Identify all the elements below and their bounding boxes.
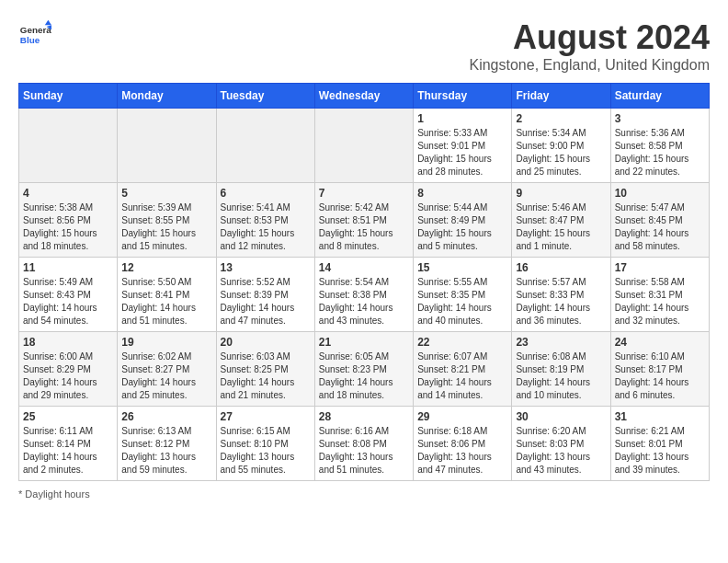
title-block: August 2024 Kingstone, England, United K… <box>469 18 710 74</box>
day-info: Sunrise: 6:03 AM Sunset: 8:25 PM Dayligh… <box>221 350 311 402</box>
day-info: Sunrise: 5:46 AM Sunset: 8:47 PM Dayligh… <box>516 201 606 253</box>
calendar-cell: 21Sunrise: 6:05 AM Sunset: 8:23 PM Dayli… <box>314 332 413 407</box>
day-number: 7 <box>319 187 409 200</box>
calendar-week-5: 25Sunrise: 6:11 AM Sunset: 8:14 PM Dayli… <box>19 407 710 481</box>
calendar-cell: 25Sunrise: 6:11 AM Sunset: 8:14 PM Dayli… <box>19 407 118 481</box>
footer-note: * Daylight hours <box>18 488 710 500</box>
day-info: Sunrise: 5:42 AM Sunset: 8:51 PM Dayligh… <box>319 201 409 253</box>
day-number: 16 <box>516 261 606 274</box>
calendar-cell <box>314 109 413 183</box>
day-info: Sunrise: 5:39 AM Sunset: 8:55 PM Dayligh… <box>121 201 211 253</box>
day-number: 24 <box>615 336 705 349</box>
day-info: Sunrise: 5:36 AM Sunset: 8:58 PM Dayligh… <box>615 127 705 178</box>
calendar-cell: 17Sunrise: 5:58 AM Sunset: 8:31 PM Dayli… <box>610 258 709 332</box>
column-header-monday: Monday <box>118 84 216 109</box>
calendar-cell: 30Sunrise: 6:20 AM Sunset: 8:03 PM Dayli… <box>512 407 610 481</box>
day-number: 14 <box>319 261 409 274</box>
calendar-cell <box>19 109 118 183</box>
calendar-week-4: 18Sunrise: 6:00 AM Sunset: 8:29 PM Dayli… <box>19 332 710 407</box>
calendar-header-row: SundayMondayTuesdayWednesdayThursdayFrid… <box>19 84 710 109</box>
day-number: 6 <box>221 187 311 200</box>
day-info: Sunrise: 6:11 AM Sunset: 8:14 PM Dayligh… <box>23 425 113 477</box>
column-header-saturday: Saturday <box>610 84 709 109</box>
calendar-cell: 6Sunrise: 5:41 AM Sunset: 8:53 PM Daylig… <box>216 183 314 258</box>
column-header-sunday: Sunday <box>19 84 118 109</box>
calendar-cell: 24Sunrise: 6:10 AM Sunset: 8:17 PM Dayli… <box>610 332 709 407</box>
day-info: Sunrise: 5:54 AM Sunset: 8:38 PM Dayligh… <box>319 276 409 327</box>
day-info: Sunrise: 5:55 AM Sunset: 8:35 PM Dayligh… <box>417 276 507 327</box>
calendar-cell: 31Sunrise: 6:21 AM Sunset: 8:01 PM Dayli… <box>610 407 709 481</box>
day-number: 22 <box>417 336 507 349</box>
calendar-table: SundayMondayTuesdayWednesdayThursdayFrid… <box>18 83 710 481</box>
day-number: 15 <box>417 261 507 274</box>
day-number: 4 <box>23 187 113 200</box>
calendar-cell: 3Sunrise: 5:36 AM Sunset: 8:58 PM Daylig… <box>610 109 709 183</box>
day-number: 13 <box>221 261 311 274</box>
calendar-cell: 16Sunrise: 5:57 AM Sunset: 8:33 PM Dayli… <box>512 258 610 332</box>
day-info: Sunrise: 6:21 AM Sunset: 8:01 PM Dayligh… <box>615 425 705 477</box>
day-number: 18 <box>23 336 113 349</box>
header: General Blue August 2024 Kingstone, Engl… <box>18 18 710 74</box>
day-number: 17 <box>615 261 705 274</box>
day-number: 30 <box>516 410 606 423</box>
day-info: Sunrise: 5:49 AM Sunset: 8:43 PM Dayligh… <box>23 276 113 327</box>
day-number: 3 <box>615 112 705 125</box>
day-number: 11 <box>23 261 113 274</box>
day-number: 19 <box>121 336 211 349</box>
column-header-friday: Friday <box>512 84 610 109</box>
logo: General Blue <box>18 18 51 52</box>
day-info: Sunrise: 6:16 AM Sunset: 8:08 PM Dayligh… <box>319 425 409 477</box>
day-number: 9 <box>516 187 606 200</box>
day-info: Sunrise: 5:41 AM Sunset: 8:53 PM Dayligh… <box>221 201 311 253</box>
calendar-cell: 18Sunrise: 6:00 AM Sunset: 8:29 PM Dayli… <box>19 332 118 407</box>
day-info: Sunrise: 5:33 AM Sunset: 9:01 PM Dayligh… <box>417 127 507 178</box>
day-info: Sunrise: 6:15 AM Sunset: 8:10 PM Dayligh… <box>221 425 311 477</box>
day-number: 27 <box>221 410 311 423</box>
day-number: 10 <box>615 187 705 200</box>
calendar-week-2: 4Sunrise: 5:38 AM Sunset: 8:56 PM Daylig… <box>19 183 710 258</box>
calendar-cell: 10Sunrise: 5:47 AM Sunset: 8:45 PM Dayli… <box>610 183 709 258</box>
day-number: 25 <box>23 410 113 423</box>
logo-icon: General Blue <box>18 18 51 52</box>
day-number: 21 <box>319 336 409 349</box>
calendar-cell <box>216 109 314 183</box>
calendar-cell: 14Sunrise: 5:54 AM Sunset: 8:38 PM Dayli… <box>314 258 413 332</box>
calendar-cell: 2Sunrise: 5:34 AM Sunset: 9:00 PM Daylig… <box>512 109 610 183</box>
calendar-cell: 12Sunrise: 5:50 AM Sunset: 8:41 PM Dayli… <box>118 258 216 332</box>
day-info: Sunrise: 6:18 AM Sunset: 8:06 PM Dayligh… <box>417 425 507 477</box>
column-header-tuesday: Tuesday <box>216 84 314 109</box>
svg-text:Blue: Blue <box>20 35 40 45</box>
calendar-cell: 4Sunrise: 5:38 AM Sunset: 8:56 PM Daylig… <box>19 183 118 258</box>
day-info: Sunrise: 5:38 AM Sunset: 8:56 PM Dayligh… <box>23 201 113 253</box>
calendar-cell: 19Sunrise: 6:02 AM Sunset: 8:27 PM Dayli… <box>118 332 216 407</box>
day-number: 31 <box>615 410 705 423</box>
column-header-thursday: Thursday <box>414 84 512 109</box>
day-number: 2 <box>516 112 606 125</box>
calendar-cell: 20Sunrise: 6:03 AM Sunset: 8:25 PM Dayli… <box>216 332 314 407</box>
svg-marker-2 <box>45 20 51 25</box>
calendar-cell: 29Sunrise: 6:18 AM Sunset: 8:06 PM Dayli… <box>414 407 512 481</box>
day-info: Sunrise: 6:08 AM Sunset: 8:19 PM Dayligh… <box>516 350 606 402</box>
calendar-cell: 28Sunrise: 6:16 AM Sunset: 8:08 PM Dayli… <box>314 407 413 481</box>
day-info: Sunrise: 6:10 AM Sunset: 8:17 PM Dayligh… <box>615 350 705 402</box>
calendar-cell: 27Sunrise: 6:15 AM Sunset: 8:10 PM Dayli… <box>216 407 314 481</box>
day-info: Sunrise: 5:47 AM Sunset: 8:45 PM Dayligh… <box>615 201 705 253</box>
day-info: Sunrise: 5:57 AM Sunset: 8:33 PM Dayligh… <box>516 276 606 327</box>
calendar-cell: 23Sunrise: 6:08 AM Sunset: 8:19 PM Dayli… <box>512 332 610 407</box>
day-number: 23 <box>516 336 606 349</box>
day-number: 1 <box>417 112 507 125</box>
day-info: Sunrise: 6:07 AM Sunset: 8:21 PM Dayligh… <box>417 350 507 402</box>
calendar-week-3: 11Sunrise: 5:49 AM Sunset: 8:43 PM Dayli… <box>19 258 710 332</box>
day-info: Sunrise: 5:44 AM Sunset: 8:49 PM Dayligh… <box>417 201 507 253</box>
calendar-cell: 1Sunrise: 5:33 AM Sunset: 9:01 PM Daylig… <box>414 109 512 183</box>
day-number: 26 <box>121 410 211 423</box>
subtitle: Kingstone, England, United Kingdom <box>469 57 710 74</box>
calendar-cell: 26Sunrise: 6:13 AM Sunset: 8:12 PM Dayli… <box>118 407 216 481</box>
calendar-cell: 9Sunrise: 5:46 AM Sunset: 8:47 PM Daylig… <box>512 183 610 258</box>
calendar-week-1: 1Sunrise: 5:33 AM Sunset: 9:01 PM Daylig… <box>19 109 710 183</box>
column-header-wednesday: Wednesday <box>314 84 413 109</box>
day-info: Sunrise: 6:05 AM Sunset: 8:23 PM Dayligh… <box>319 350 409 402</box>
calendar-cell: 15Sunrise: 5:55 AM Sunset: 8:35 PM Dayli… <box>414 258 512 332</box>
calendar-cell: 7Sunrise: 5:42 AM Sunset: 8:51 PM Daylig… <box>314 183 413 258</box>
day-number: 29 <box>417 410 507 423</box>
